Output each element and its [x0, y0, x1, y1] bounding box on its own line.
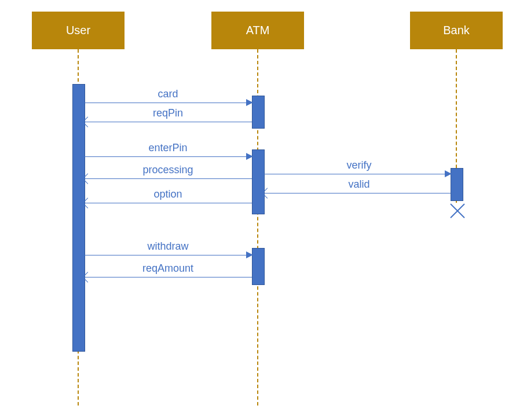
lifeline-header-bank: Bank — [410, 12, 503, 49]
lifeline-label: Bank — [443, 24, 470, 37]
arrow-icon — [445, 170, 452, 177]
message-label-withdraw: withdraw — [139, 240, 197, 253]
message-line-valid — [264, 193, 451, 193]
message-label-enterpin: enterPin — [139, 142, 197, 154]
message-line-reqpin — [84, 122, 252, 122]
activation-atm-1 — [252, 96, 265, 129]
arrow-icon — [246, 99, 253, 106]
activation-bank — [451, 168, 463, 201]
message-label-reqpin: reqPin — [142, 107, 194, 119]
message-label-card: card — [145, 88, 191, 100]
message-label-reqamount: reqAmount — [133, 262, 203, 275]
activation-user — [72, 84, 85, 352]
message-label-valid: valid — [339, 178, 379, 191]
lifeline-label: ATM — [246, 24, 270, 37]
lifeline-label: User — [66, 24, 90, 37]
message-label-processing: processing — [133, 164, 203, 176]
message-line-card — [84, 103, 252, 103]
lifeline-header-atm: ATM — [211, 12, 304, 49]
activation-atm-2 — [252, 149, 265, 214]
message-line-enterpin — [84, 156, 252, 157]
lifeline-header-user: User — [32, 12, 125, 49]
message-label-option: option — [145, 188, 191, 200]
message-label-verify: verify — [336, 159, 382, 171]
activation-atm-3 — [252, 248, 265, 285]
message-line-withdraw — [84, 255, 252, 255]
message-line-reqamount — [84, 277, 252, 277]
arrow-icon — [246, 251, 253, 258]
message-line-processing — [84, 178, 252, 179]
message-line-verify — [264, 174, 451, 174]
message-line-option — [84, 203, 252, 203]
arrow-icon — [246, 153, 253, 160]
destroy-icon — [449, 202, 466, 222]
